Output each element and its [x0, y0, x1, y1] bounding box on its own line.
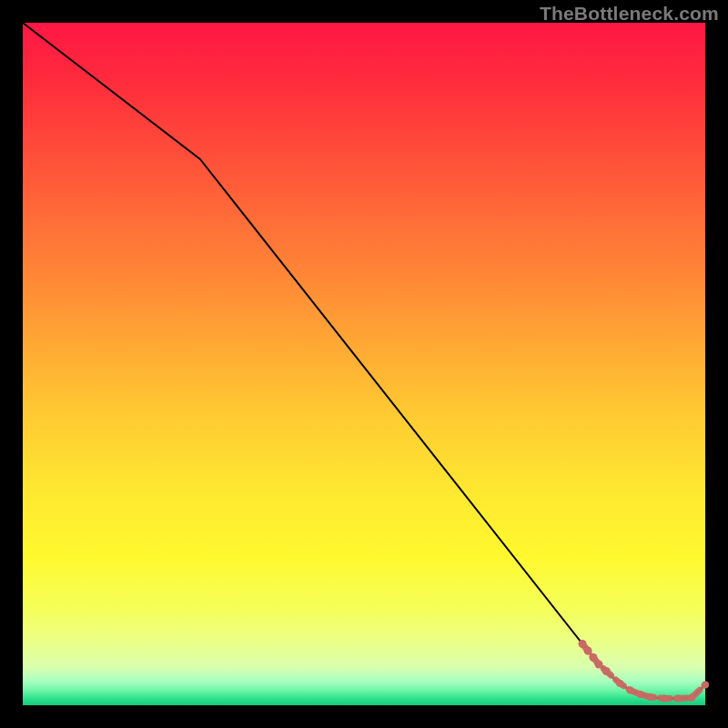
gradient-background: [23, 23, 705, 705]
chart-container: TheBottleneck.com: [0, 0, 728, 728]
data-point: [584, 647, 592, 655]
data-point: [579, 640, 587, 648]
data-point: [647, 693, 654, 701]
data-point: [661, 695, 668, 703]
data-point: [637, 691, 644, 698]
data-point: [616, 680, 623, 687]
data-point: [702, 682, 709, 689]
data-point: [674, 695, 682, 703]
data-point: [688, 694, 695, 702]
data-point: [602, 667, 611, 675]
bottleneck-chart: [0, 0, 728, 728]
watermark-text: TheBottleneck.com: [540, 3, 719, 25]
data-point: [627, 687, 634, 694]
data-point: [595, 661, 603, 669]
data-point: [590, 653, 598, 662]
